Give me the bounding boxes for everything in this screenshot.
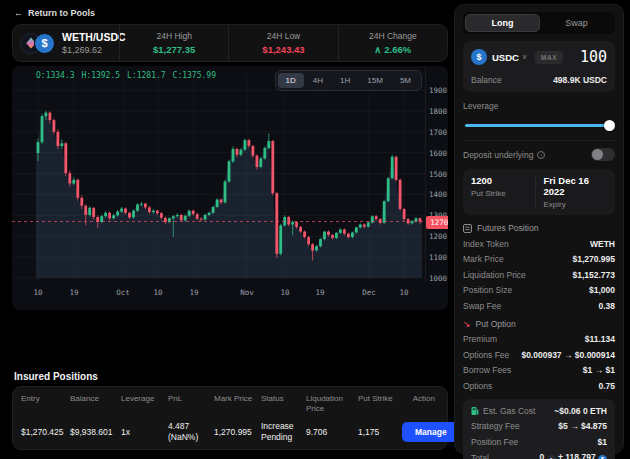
candle-body [61,143,64,146]
strategy-fee-value: $5 → $4.875 [558,421,607,431]
candle-body [267,141,270,148]
candle-body [188,211,191,216]
max-button[interactable]: MAX [535,51,563,64]
table-row: $1,270.425 $9,938.601 1x 4.487 (NaN%) 1,… [21,421,439,443]
tab-swap[interactable]: Swap [540,14,613,32]
leverage-slider-track[interactable] [465,124,613,127]
return-to-pools-link[interactable]: ← Return to Pools [14,8,95,18]
candle-body [92,208,95,217]
toggle-knob [592,149,603,160]
price-chart: O:1334.3 H:1392.5 L:1281.7 C:1375.99 1D … [12,66,448,310]
candle-body [252,146,255,156]
candle-body [295,222,298,227]
timeframe-1h-button[interactable]: 1H [332,73,358,88]
candle-body [299,227,302,232]
candle-body [323,232,326,240]
candle-body [303,232,306,237]
liquidation-price-value: $1,152.773 [572,270,615,280]
chevron-down-icon[interactable]: ∨ [522,53,527,61]
stat-value: 2.66% [384,44,411,55]
candle-body [192,211,195,214]
candle-body [216,200,219,208]
col-leverage: Leverage [121,394,168,404]
candle-body [220,200,223,203]
eth-coin-icon: ◆ [547,455,556,459]
candle-body [228,161,231,181]
candle-body [84,206,87,215]
ohlc-close: C:1375.99 [173,71,216,80]
col-balance: Balance [70,394,121,404]
position-size-label: Position Size [463,285,512,295]
pair-price: $1,269.62 [62,45,126,55]
deposit-underlying-toggle[interactable] [591,148,615,161]
tab-long[interactable]: Long [465,14,540,32]
gas-value: ~$0.06 0 ETH [554,406,607,416]
candle-body [248,140,251,146]
candle-body [339,230,342,233]
candle-body [232,149,235,162]
usdc-token-icon: $ [34,33,55,54]
candle-body [176,215,179,216]
balance-value: 498.9K USDC [553,75,607,85]
candle-body [244,140,247,150]
usdc-coin-icon: $ [598,455,607,459]
liquidation-price-label: Liquidation Price [463,270,526,280]
candle-body [208,213,211,215]
put-strike-box: 1200 Put Strike [471,175,535,209]
candle-body [37,142,40,153]
total-value: 0 ◆ + 118.797 $ [540,452,607,459]
candle-body [236,149,239,155]
mark-price-value: $1,270.995 [572,254,615,264]
candle-body [136,205,139,211]
swap-fee-value: 0.38 [598,301,615,311]
token-selector[interactable]: USDC [492,52,519,63]
candle-body [331,235,334,238]
candle-body [343,230,346,234]
leverage-slider[interactable] [463,119,615,131]
candle-body [49,113,52,121]
candle-body [355,227,358,232]
last-price-tag: 1270.36 [426,216,448,229]
candle-body [307,237,310,244]
manage-button[interactable]: Manage [402,422,460,442]
leverage-slider-handle[interactable] [604,120,615,131]
put-option-icon: ↘ [463,319,471,329]
premium-label: Premium [463,334,497,344]
stat-label: 24H Low [267,31,301,41]
candle-body [259,159,262,167]
index-token-label: Index Token [463,239,509,249]
candle-body [275,193,278,254]
candle-body [291,222,294,225]
candle-body [335,233,338,238]
candle-body [379,219,382,223]
timeframe-4h-button[interactable]: 4H [305,73,331,88]
expiry-box: Fri Dec 16 2022 Expiry [535,175,608,209]
cell-entry: $1,270.425 [21,427,70,438]
candlestick-plot[interactable] [12,66,448,310]
candle-body [204,215,207,220]
leverage-label: Leverage [463,101,615,111]
candle-body [367,222,370,226]
candle-body [359,225,362,228]
timeframe-5m-button[interactable]: 5M [392,73,419,88]
price-axis-separator [425,66,426,282]
pair-title: WETH/USDC [62,31,126,43]
ohlc-open: O:1334.3 [36,71,75,80]
info-icon[interactable]: i [537,151,545,159]
candle-body [152,211,155,212]
options-label: Options [463,381,492,391]
amount-input[interactable]: 100 [580,48,607,66]
put-option-header: ↘ Put Option [463,319,615,329]
options-value: 0.75 [598,381,615,391]
gas-icon [471,406,479,416]
stat-24h-high: 24H High $1,277.35 [119,25,228,61]
timeframe-1d-button[interactable]: 1D [278,73,304,88]
timeframe-15m-button[interactable]: 15M [359,73,391,88]
positions-table: Entry Balance Leverage PnL Mark Price St… [12,386,448,450]
stat-24h-change: 24H Change ∧ 2.66% [338,25,447,61]
candle-body [104,213,107,216]
candle-body [315,246,318,250]
col-put-strike: Put Strike [358,394,402,404]
candle-body [196,214,199,219]
candle-body [224,182,227,203]
